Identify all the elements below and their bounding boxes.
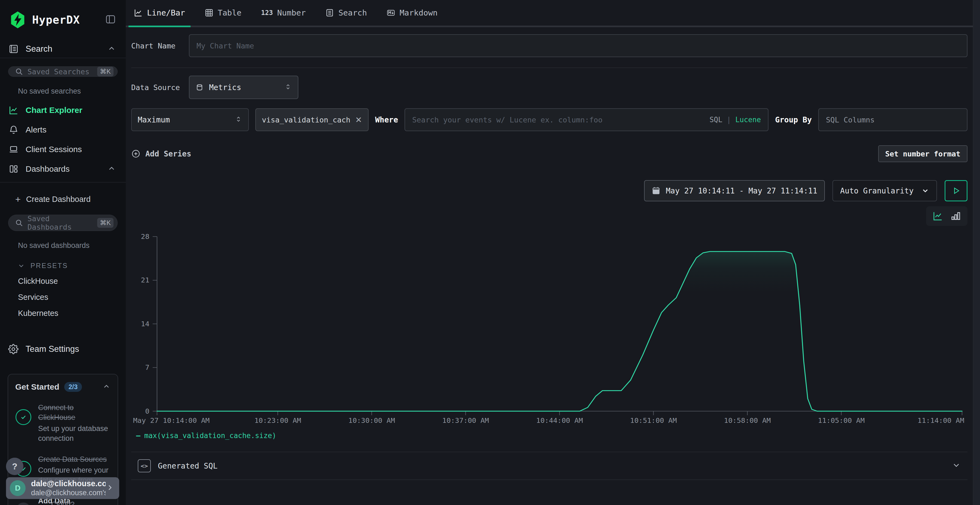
get-started-item-connect[interactable]: Connect to ClickHouse Set up your databa… [15, 403, 111, 443]
date-range-picker[interactable]: May 27 10:14:11 - May 27 11:14:11 [644, 180, 825, 201]
lucene-mode-button[interactable]: Lucene [735, 116, 761, 124]
tab-search[interactable]: Search [323, 0, 370, 25]
chevron-up-icon[interactable] [107, 44, 116, 54]
time-series-chart[interactable]: 07142128May 27 10:14:00 AM10:23:00 AM10:… [131, 227, 967, 430]
list-icon [325, 8, 334, 17]
dashboards-icon [9, 164, 19, 174]
profile-button[interactable]: D dale@clickhouse.com dale@clickhouse.co… [6, 477, 119, 499]
presets-label: PRESETS [30, 262, 68, 270]
sidebar-collapse-icon[interactable] [105, 14, 116, 26]
tab-label: Markdown [399, 8, 438, 17]
where-label: Where [375, 115, 398, 124]
sidebar-item-dashboards[interactable]: Dashboards [9, 164, 126, 174]
plus-circle-icon [131, 149, 140, 158]
search-section-header[interactable]: Search [0, 44, 126, 54]
chevron-down-icon [18, 262, 25, 270]
123-icon: 123 [261, 9, 273, 17]
svg-text:7: 7 [145, 364, 150, 372]
team-settings-label: Team Settings [25, 344, 79, 354]
granularity-select[interactable]: Auto Granularity [832, 180, 937, 201]
plus-icon: + [15, 195, 21, 204]
chevron-down-icon [952, 461, 961, 471]
metric-field-tag[interactable]: visa_validation_cach ✕ [255, 108, 369, 131]
close-icon[interactable]: ✕ [355, 115, 362, 125]
generated-sql-toggle[interactable]: <> Generated SQL [131, 452, 967, 480]
mode-separator: | [727, 116, 731, 124]
scrollbar[interactable] [973, 0, 980, 505]
set-number-format-button[interactable]: Set number format [878, 145, 967, 162]
main-panel: Line/Bar Table 123 Number Search Markdow… [126, 0, 973, 505]
sidebar-item-label: Chart Explorer [25, 106, 82, 115]
run-query-button[interactable] [945, 180, 967, 201]
svg-text:11:14:00 AM: 11:14:00 AM [917, 417, 964, 424]
legend-label: max(visa_validation_cache.size) [144, 432, 276, 440]
team-settings-button[interactable]: Team Settings [8, 344, 126, 354]
svg-text:10:51:00 AM: 10:51:00 AM [630, 417, 677, 424]
preset-item-clickhouse[interactable]: ClickHouse [18, 277, 126, 286]
svg-text:10:37:00 AM: 10:37:00 AM [442, 417, 489, 424]
tab-label: Search [338, 8, 367, 17]
tab-markdown[interactable]: Markdown [384, 0, 441, 25]
aggregation-select[interactable]: Maximum [131, 108, 249, 131]
preset-item-services[interactable]: Services [18, 293, 126, 302]
svg-text:21: 21 [141, 276, 150, 284]
preset-item-kubernetes[interactable]: Kubernetes [18, 309, 126, 318]
where-search-input[interactable] [412, 116, 710, 124]
chart-name-input[interactable] [197, 41, 960, 50]
metric-field-name: visa_validation_cach [262, 116, 352, 124]
profile-sub-email: dale@clickhouse.com's [31, 489, 106, 497]
svg-text:10:44:00 AM: 10:44:00 AM [536, 417, 583, 424]
tab-line-bar[interactable]: Line/Bar [131, 0, 188, 25]
gear-icon [8, 344, 19, 354]
get-started-item-desc: Set up your database connection [38, 424, 111, 443]
sidebar-item-alerts[interactable]: Alerts [9, 125, 126, 135]
chart-svg: 07142128May 27 10:14:00 AM10:23:00 AM10:… [131, 227, 967, 430]
sidebar-item-chart-explorer[interactable]: Chart Explorer [9, 105, 126, 115]
chart-name-input-wrap [189, 34, 967, 57]
group-by-input[interactable] [826, 116, 960, 124]
saved-dashboards-placeholder: Saved Dashboards [27, 214, 97, 231]
chevron-up-icon[interactable] [102, 382, 111, 392]
search-icon [15, 219, 23, 227]
saved-searches-input[interactable]: Saved Searches ⌘K [8, 67, 118, 77]
tab-number[interactable]: 123 Number [258, 0, 309, 25]
generated-sql-label: Generated SQL [158, 462, 218, 470]
sql-mode-button[interactable]: SQL [710, 116, 722, 124]
aggregation-value: Maximum [138, 115, 170, 124]
granularity-value: Auto Granularity [840, 186, 913, 195]
bar-chart-toggle-icon[interactable] [951, 211, 961, 221]
no-saved-dashboards-text: No saved dashboards [18, 241, 126, 250]
code-icon: <> [138, 459, 151, 472]
search-section-label: Search [25, 44, 52, 54]
saved-dashboards-input[interactable]: Saved Dashboards ⌘K [8, 215, 118, 231]
data-source-value: Metrics [209, 83, 241, 92]
add-series-button[interactable]: Add Series [131, 149, 191, 158]
tab-table[interactable]: Table [202, 0, 244, 25]
line-chart-icon [134, 8, 143, 17]
create-dashboard-label: Create Dashboard [26, 195, 91, 204]
create-dashboard-button[interactable]: + Create Dashboard [15, 195, 126, 204]
sidebar-item-client-sessions[interactable]: Client Sessions [9, 145, 126, 154]
tab-label: Table [218, 8, 242, 17]
avatar: D [10, 480, 25, 496]
presets-toggle[interactable]: PRESETS [18, 262, 126, 270]
generated-sql-section: <> Generated SQL [131, 452, 967, 480]
group-by-label: Group By [775, 115, 812, 124]
svg-text:10:23:00 AM: 10:23:00 AM [255, 417, 301, 424]
line-chart-toggle-icon[interactable] [932, 211, 943, 221]
sidebar-item-label: Dashboards [25, 164, 70, 173]
get-started-item-title: Connect to ClickHouse [38, 403, 111, 422]
play-icon [951, 186, 961, 195]
clipped-bottom-text: Cloud? [0, 500, 126, 505]
tab-label: Line/Bar [147, 8, 185, 17]
get-started-header[interactable]: Get Started 2/3 [15, 382, 111, 392]
help-button[interactable]: ? [6, 458, 24, 475]
svg-text:May 27 10:14:00 AM: May 27 10:14:00 AM [133, 417, 210, 424]
data-source-select[interactable]: Metrics [189, 76, 298, 99]
chevron-up-icon[interactable] [107, 164, 116, 174]
no-saved-searches-text: No saved searches [18, 87, 126, 95]
svg-text:10:58:00 AM: 10:58:00 AM [724, 417, 771, 424]
hyperdx-logo-icon [9, 11, 26, 28]
search-icon [15, 67, 23, 76]
shortcut-badge: ⌘K [97, 67, 113, 76]
